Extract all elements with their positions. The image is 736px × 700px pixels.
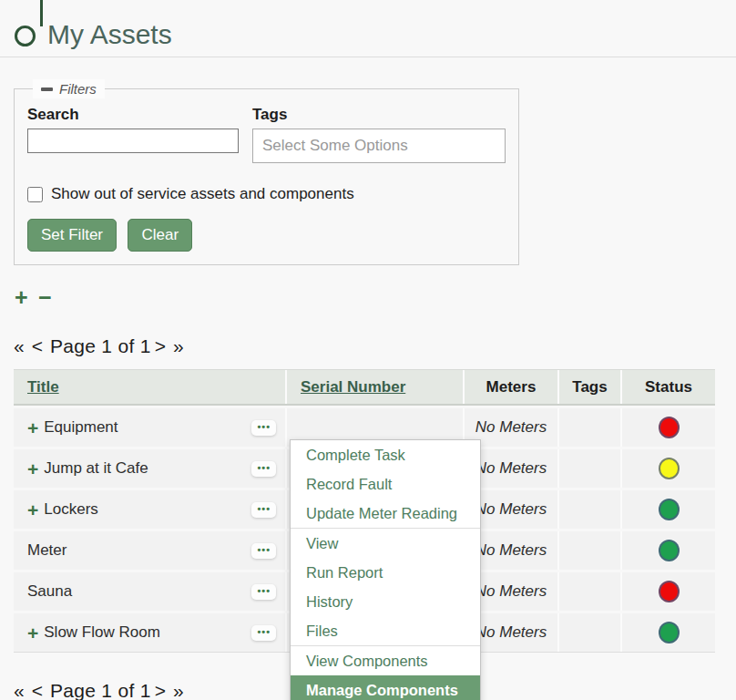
asset-title: Lockers: [44, 500, 98, 519]
menu-item-manage-components[interactable]: Manage Components: [291, 675, 480, 700]
page-indicator: Page 1 of 1: [50, 680, 151, 700]
status-indicator: [659, 540, 680, 561]
row-actions-button[interactable]: •••: [251, 584, 276, 600]
status-indicator: [659, 581, 680, 602]
tags-cell: [557, 408, 620, 447]
tags-cell: [557, 613, 620, 652]
row-actions-button[interactable]: •••: [251, 625, 276, 641]
tags-cell: [557, 572, 620, 611]
filters-legend-label: Filters: [59, 81, 97, 97]
row-actions-dropdown-menu: Complete Task Record Fault Update Meter …: [290, 439, 481, 700]
header-divider: [0, 57, 736, 57]
next-page-icon[interactable]: >: [155, 335, 166, 356]
prev-page-icon[interactable]: <: [32, 680, 43, 700]
asset-title: Sauna: [27, 582, 72, 601]
menu-item-update-meter-reading[interactable]: Update Meter Reading: [291, 499, 480, 528]
expand-row-icon[interactable]: +: [27, 500, 38, 520]
search-field-group: Search: [27, 106, 239, 163]
expand-row-icon[interactable]: +: [27, 418, 38, 438]
ellipsis-icon: •••: [257, 503, 271, 514]
menu-item-files[interactable]: Files: [291, 616, 480, 645]
assets-table: Title Serial Number Meters Tags Status +…: [14, 369, 715, 653]
tags-label: Tags: [252, 106, 506, 124]
asset-title: Slow Flow Room: [44, 623, 160, 642]
column-header-meters: Meters: [463, 370, 557, 404]
prev-page-icon[interactable]: <: [32, 335, 43, 356]
tags-field-group: Tags: [252, 106, 506, 163]
filters-legend[interactable]: Filters: [33, 79, 105, 98]
show-out-of-service-checkbox[interactable]: [27, 187, 43, 202]
menu-item-history[interactable]: History: [291, 587, 480, 616]
menu-item-view-components[interactable]: View Components: [291, 646, 480, 675]
status-indicator: [659, 458, 680, 479]
ellipsis-icon: •••: [257, 544, 271, 555]
menu-item-run-report[interactable]: Run Report: [291, 558, 480, 587]
clear-button[interactable]: Clear: [128, 219, 192, 252]
menu-item-record-fault[interactable]: Record Fault: [291, 469, 480, 499]
tree-controls: + −: [15, 286, 736, 309]
row-actions-button[interactable]: •••: [251, 461, 276, 477]
set-filter-button[interactable]: Set Filter: [27, 219, 117, 252]
last-page-icon[interactable]: »: [173, 335, 184, 356]
header-decor-circle-icon: [15, 26, 36, 46]
filters-panel: Filters Search Tags Show out of service …: [14, 79, 519, 265]
asset-title: Meter: [27, 541, 66, 560]
search-label: Search: [27, 106, 239, 124]
tags-cell: [557, 490, 620, 529]
menu-item-view[interactable]: View: [291, 529, 480, 558]
ellipsis-icon: •••: [257, 462, 271, 473]
tags-cell: [557, 531, 620, 570]
row-actions-button[interactable]: •••: [251, 543, 276, 559]
first-page-icon[interactable]: «: [14, 335, 25, 356]
page-indicator: Page 1 of 1: [50, 335, 151, 356]
asset-title: Jump at it Cafe: [44, 459, 148, 478]
header-decor-line: [40, 0, 43, 26]
menu-item-complete-task[interactable]: Complete Task: [291, 440, 480, 469]
row-actions-button[interactable]: •••: [251, 420, 276, 436]
ellipsis-icon: •••: [257, 421, 271, 432]
search-input[interactable]: [27, 129, 239, 153]
asset-title: Equipment: [44, 418, 118, 437]
expand-all-icon[interactable]: +: [15, 284, 28, 310]
collapse-all-icon[interactable]: −: [38, 284, 52, 310]
last-page-icon[interactable]: »: [173, 680, 184, 700]
status-indicator: [659, 417, 680, 438]
pagination-top: «<Page 1 of 1>»: [14, 335, 736, 357]
show-out-of-service-label: Show out of service assets and component…: [51, 185, 354, 203]
page-title: My Assets: [47, 19, 736, 49]
ellipsis-icon: •••: [257, 585, 271, 596]
first-page-icon[interactable]: «: [14, 680, 25, 700]
column-header-serial-number[interactable]: Serial Number: [301, 378, 405, 396]
column-header-tags: Tags: [557, 370, 620, 404]
expand-row-icon[interactable]: +: [27, 623, 38, 643]
expand-row-icon[interactable]: +: [27, 459, 38, 479]
status-indicator: [659, 622, 680, 643]
status-indicator: [659, 499, 680, 520]
column-header-title[interactable]: Title: [27, 378, 59, 396]
tags-cell: [557, 449, 620, 488]
next-page-icon[interactable]: >: [155, 680, 166, 700]
tags-select-input[interactable]: [252, 129, 506, 163]
ellipsis-icon: •••: [257, 626, 271, 637]
collapse-filters-icon[interactable]: [41, 88, 53, 91]
column-header-status: Status: [620, 370, 715, 404]
table-header-row: Title Serial Number Meters Tags Status: [14, 369, 715, 406]
row-actions-button[interactable]: •••: [251, 502, 276, 518]
